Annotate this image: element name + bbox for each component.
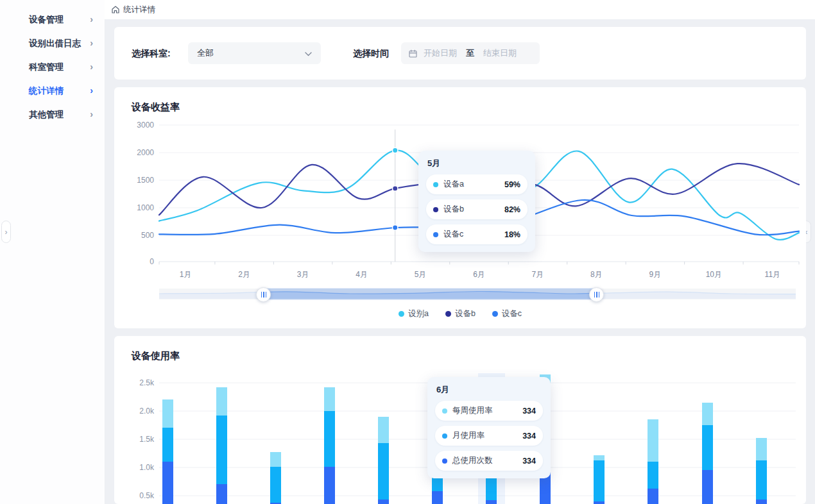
chevron-right-icon: › — [90, 14, 93, 24]
tooltip-row: 每周使用率334 — [435, 401, 543, 421]
bar-segment-每周使用率[interactable] — [756, 438, 767, 460]
legend-dot-icon — [445, 311, 451, 317]
bar-segment-每周使用率[interactable] — [324, 387, 335, 411]
x-axis-label: 6月 — [463, 269, 495, 280]
bar-segment-月使用率[interactable] — [702, 425, 713, 470]
home-icon — [111, 5, 120, 14]
time-filter-label: 选择时间 — [353, 48, 389, 60]
datazoom-selection[interactable] — [263, 289, 596, 300]
dept-select-value: 全部 — [197, 47, 305, 59]
bar-segment-总使用次数[interactable] — [648, 489, 658, 504]
x-axis-label: 8月 — [580, 269, 612, 280]
sidebar-item[interactable]: 科室管理› — [0, 55, 105, 79]
bar-segment-月使用率[interactable] — [378, 443, 389, 500]
dept-select[interactable]: 全部 — [188, 42, 321, 64]
breadcrumb-bar: 统计详情 — [105, 0, 815, 19]
breadcrumb[interactable]: 统计详情 — [123, 4, 155, 15]
bar-segment-月使用率[interactable] — [270, 467, 281, 502]
series-dot-icon — [433, 207, 438, 212]
legend-item[interactable]: 设别a — [399, 308, 429, 319]
tooltip-series-name: 设备a — [443, 179, 464, 190]
bar-segment-每周使用率[interactable] — [594, 455, 605, 461]
series-dot-icon — [433, 232, 438, 237]
sidebar-menu: 设备管理›设别出借日志›科室管理›统计详情›其他管理› — [0, 0, 105, 126]
x-axis-label: 7月 — [522, 269, 554, 280]
legend-dot-icon — [492, 311, 498, 317]
chevron-right-icon: › — [5, 228, 8, 237]
bar-chart-tooltip: 6月 每周使用率334月使用率334总使用次数334 — [427, 377, 551, 478]
y-axis-label: 0 — [114, 257, 154, 266]
tooltip-series-name: 月使用率 — [452, 430, 485, 441]
bar-segment-月使用率[interactable] — [324, 411, 335, 467]
bar-segment-月使用率[interactable] — [162, 428, 173, 462]
bar-segment-总使用次数[interactable] — [324, 467, 335, 504]
x-axis-label: 10月 — [698, 269, 730, 280]
bar-segment-总使用次数[interactable] — [486, 500, 497, 504]
bar-segment-月使用率[interactable] — [216, 416, 227, 484]
sidebar-item[interactable]: 设别出借日志› — [0, 31, 105, 55]
sidebar-item[interactable]: 设备管理› — [0, 8, 105, 31]
tooltip-series-name: 设备b — [443, 204, 464, 215]
legend-label: 设备c — [502, 308, 522, 319]
tooltip-series-value: 82% — [493, 205, 520, 214]
y-axis-label: 1.5k — [114, 435, 154, 444]
datazoom-mask-right — [596, 289, 796, 299]
drag-grip-icon — [261, 292, 266, 298]
series-dot-icon — [442, 408, 447, 414]
end-date-input[interactable]: 结束日期 — [483, 47, 517, 59]
bar-segment-每周使用率[interactable] — [162, 399, 173, 428]
date-range-picker[interactable]: 开始日期 至 结束日期 — [401, 42, 540, 64]
bar-segment-总使用次数[interactable] — [162, 462, 173, 504]
bar-segment-每周使用率[interactable] — [270, 452, 281, 467]
sidebar-item-label: 设备管理 — [29, 14, 64, 26]
chevron-right-icon: › — [90, 38, 93, 48]
chevron-right-icon: › — [90, 85, 93, 96]
tooltip-row: 总使用次数334 — [435, 451, 543, 471]
tooltip-row: 月使用率334 — [435, 426, 543, 446]
chevron-right-icon: › — [90, 109, 93, 119]
filter-card: 选择科室: 全部 选择时间 开始日期 至 结束日期 — [114, 27, 806, 80]
hover-marker — [393, 186, 398, 191]
bar-segment-每周使用率[interactable] — [378, 417, 389, 443]
x-axis-label: 11月 — [757, 269, 789, 280]
bar-segment-月使用率[interactable] — [594, 460, 605, 501]
x-axis-label: 3月 — [287, 269, 319, 280]
sidebar-item-label: 统计详情 — [29, 85, 64, 97]
legend-label: 设备b — [455, 308, 476, 319]
y-axis-label: 0.5k — [114, 491, 154, 500]
tooltip-series-value: 334 — [511, 432, 536, 441]
datazoom-handle-right[interactable] — [589, 287, 604, 302]
bar-segment-总使用次数[interactable] — [702, 470, 713, 504]
bar-segment-总使用次数[interactable] — [432, 491, 443, 504]
calendar-icon — [409, 49, 417, 58]
bar-segment-总使用次数[interactable] — [756, 500, 767, 504]
x-axis-label: 2月 — [228, 269, 261, 280]
y-axis-label: 500 — [114, 231, 154, 240]
sidebar-item[interactable]: 统计详情› — [0, 79, 105, 103]
bar-segment-总使用次数[interactable] — [378, 500, 389, 504]
sidebar-item-label: 设别出借日志 — [29, 38, 81, 49]
start-date-input[interactable]: 开始日期 — [424, 47, 457, 59]
bar-segment-每周使用率[interactable] — [216, 387, 227, 416]
series-dot-icon — [442, 433, 447, 439]
dashboard-root: 设备管理›设别出借日志›科室管理›统计详情›其他管理› › ‹ 统计详情 选择科… — [0, 0, 815, 504]
sidebar-collapse-button[interactable]: › — [1, 221, 11, 243]
bar-segment-每周使用率[interactable] — [648, 419, 658, 462]
bar-segment-总使用次数[interactable] — [594, 501, 605, 504]
sidebar-item[interactable]: 其他管理› — [0, 103, 105, 126]
x-axis-label: 9月 — [639, 269, 671, 280]
bar-segment-每周使用率[interactable] — [702, 403, 713, 425]
legend-item[interactable]: 设备b — [445, 308, 476, 319]
y-axis-label: 2.5k — [114, 378, 154, 387]
hover-marker — [393, 225, 398, 230]
sidebar-item-label: 其他管理 — [29, 109, 64, 121]
y-axis-label: 2000 — [114, 148, 154, 157]
series-dot-icon — [433, 182, 438, 187]
tooltip-series-value: 334 — [511, 457, 536, 466]
y-axis-label: 1.0k — [114, 463, 154, 472]
line-chart-tooltip: 5月 设备a59%设备b82%设备c18% — [418, 151, 535, 252]
bar-segment-总使用次数[interactable] — [216, 484, 227, 504]
bar-segment-月使用率[interactable] — [756, 460, 767, 500]
bar-segment-月使用率[interactable] — [648, 462, 658, 489]
legend-item[interactable]: 设备c — [492, 308, 522, 319]
